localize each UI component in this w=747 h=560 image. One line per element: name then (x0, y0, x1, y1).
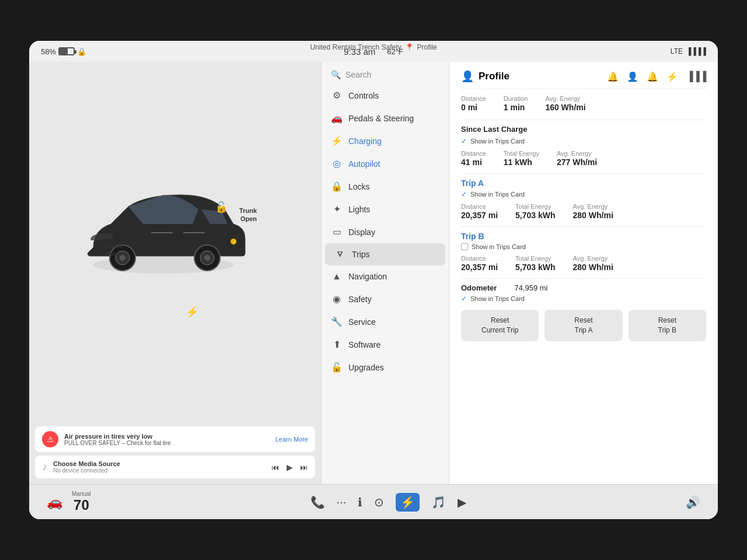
menu-item-upgrades[interactable]: 🔓 Upgrades (322, 356, 449, 379)
profile-action-icons: 🔔 👤 🔔 ⚡ ▐▐▐ (607, 71, 706, 82)
alarm-icon[interactable]: 🔔 (607, 71, 619, 82)
display-icon: ▭ (331, 226, 343, 237)
profile-user-icon[interactable]: 👤 (627, 71, 638, 82)
search-row[interactable]: 🔍 Search (322, 65, 449, 84)
trip-a-avg-energy: Avg. Energy 280 Wh/mi (573, 203, 613, 220)
tesla-screen: 58% 🔒 United Rentals Trench Safety 📍 Pro… (29, 41, 718, 519)
trip-a-energy: Total Energy 5,703 kWh (515, 203, 555, 220)
skip-forward-icon[interactable]: ⏭ (300, 463, 308, 472)
slc-avg-energy: Avg. Energy 277 Wh/mi (557, 150, 597, 167)
media-info: Choose Media Source No device connected (53, 460, 266, 474)
current-duration-label: Duration (504, 95, 528, 102)
volume-icon[interactable]: 🔊 (686, 495, 700, 509)
current-trip-stats: Distance 0 mi Duration 1 min Avg. Energy… (461, 95, 706, 113)
slc-energy-label: Total Energy (504, 150, 539, 157)
slc-distance-val: 41 mi (461, 158, 482, 167)
menu-item-trips[interactable]: ⛛ Trips (325, 243, 445, 265)
taskbar-right: 🔊 (686, 495, 700, 509)
phone-icon[interactable]: 📞 (310, 495, 325, 509)
menu-item-software[interactable]: ⬆ Software (322, 333, 449, 356)
speed-display: Manual 70 (72, 491, 91, 513)
learn-more-link[interactable]: Learn More (275, 436, 308, 443)
now-playing-icon[interactable]: ▶ (458, 495, 466, 509)
slc-energy-val: 11 kWh (504, 158, 532, 167)
reset-trip-b-button[interactable]: ResetTrip B (629, 310, 706, 341)
menu-item-controls[interactable]: ⚙ Controls (322, 84, 449, 107)
trip-b-dist-val: 20,357 mi (461, 262, 498, 272)
menu-panel: 🔍 Search ⚙ Controls 🚗 Pedals & Steering … (321, 62, 449, 484)
trip-a-energy-val: 5,703 kWh (515, 211, 555, 220)
slc-avg-label: Avg. Energy (557, 150, 597, 157)
menu-item-navigation[interactable]: ▲ Navigation (322, 265, 449, 288)
camera-icon[interactable]: ⊙ (374, 495, 384, 509)
battery-percentage: 58% (41, 47, 56, 56)
trip-a-checkbox[interactable]: ✓ Show in Trips Card (461, 190, 706, 198)
more-options-icon[interactable]: ··· (337, 495, 347, 509)
taskbar-left: 🚗 Manual 70 (47, 491, 91, 513)
car-visualization-area: FrunkOpen TrunkOpen 🔓 (35, 68, 315, 426)
battery-status: 58% 🔒 (41, 47, 86, 56)
play-pause-icon[interactable]: ▶ (287, 463, 293, 472)
menu-item-autopilot[interactable]: ◎ Autopilot (322, 152, 449, 175)
trip-a-dist-label: Distance (461, 203, 498, 210)
main-content: FrunkOpen TrunkOpen 🔓 (29, 62, 718, 484)
alert-title: Air pressure in tires very low (64, 433, 270, 440)
trip-a-avg-val: 280 Wh/mi (573, 211, 613, 220)
lights-icon: ✦ (331, 204, 343, 215)
menu-item-charging[interactable]: ⚡ Charging (322, 130, 449, 152)
since-last-charge-checkbox[interactable]: ✓ Show in Trips Card (461, 137, 706, 145)
car-image-container: FrunkOpen TrunkOpen 🔓 (76, 172, 274, 323)
nav-destination: United Rentals Trench Safety (310, 43, 401, 51)
divider-4 (461, 278, 706, 279)
signal-bars-icon: ▐▐▐▐ (686, 47, 706, 55)
current-distance-label: Distance (461, 95, 486, 102)
menu-item-pedals[interactable]: 🚗 Pedals & Steering (322, 107, 449, 130)
menu-item-lights[interactable]: ✦ Lights (322, 198, 449, 220)
menu-item-service[interactable]: 🔧 Service (322, 310, 449, 333)
alert-text-block: Air pressure in tires very low PULL OVER… (64, 433, 270, 446)
signal-icons: LTE ▐▐▐▐ (671, 47, 706, 55)
service-label: Service (348, 317, 376, 327)
pedals-label: Pedals & Steering (348, 114, 414, 123)
odometer-checkmark-icon: ✓ (461, 295, 467, 303)
trip-b-energy: Total Energy 5,703 kWh (515, 255, 555, 272)
skip-back-icon[interactable]: ⏮ (271, 463, 280, 472)
checkmark-icon: ✓ (461, 137, 467, 145)
odometer-val: 74,959 mi (514, 284, 547, 292)
menu-item-safety[interactable]: ◉ Safety (322, 288, 449, 310)
reset-current-trip-button[interactable]: ResetCurrent Trip (461, 310, 539, 341)
menu-item-display[interactable]: ▭ Display (322, 220, 449, 243)
software-label: Software (348, 340, 381, 349)
media-library-icon[interactable]: 🎵 (431, 495, 446, 509)
profile-icon: 👤 (461, 70, 474, 83)
menu-item-locks[interactable]: 🔒 Locks (322, 175, 449, 198)
bluetooth-icon[interactable]: ⚡ (396, 493, 420, 512)
trip-b-checkbox-icon (461, 243, 468, 250)
media-subtitle: No device connected (53, 467, 266, 474)
slc-distance-label: Distance (461, 150, 486, 157)
odometer-checkbox[interactable]: ✓ Show in Trips Card (461, 295, 706, 303)
trip-b-title: Trip B (461, 232, 706, 241)
trunk-label: TrunkOpen (239, 206, 257, 223)
profile-nav-label: Profile (417, 43, 437, 51)
reset-trip-a-button[interactable]: ResetTrip A (544, 310, 622, 341)
trip-b-checkbox[interactable]: Show in Trips Card (461, 243, 706, 250)
since-last-charge-data: Distance 41 mi Total Energy 11 kWh Avg. … (461, 150, 706, 167)
car-svg: ⚡ (76, 172, 251, 288)
controls-icon: ⚙ (331, 90, 343, 101)
info-icon[interactable]: ℹ (358, 495, 362, 509)
trip-b-dist-label: Distance (461, 255, 498, 262)
bluetooth-header-icon[interactable]: ⚡ (666, 71, 678, 82)
trip-a-avg-label: Avg. Energy (573, 203, 613, 210)
safety-label: Safety (348, 295, 372, 304)
service-icon: 🔧 (331, 316, 343, 327)
trip-b-distance: Distance 20,357 mi (461, 255, 498, 272)
signal-header-icon: ▐▐▐ (686, 71, 706, 82)
trip-b-show-label: Show in Trips Card (472, 243, 526, 250)
svg-point-6 (204, 255, 210, 261)
current-duration-stat: Duration 1 min (504, 95, 528, 113)
notification-icon[interactable]: 🔔 (647, 71, 658, 82)
taskbar-car-icon[interactable]: 🚗 (47, 495, 62, 510)
safety-icon: ◉ (331, 293, 343, 304)
media-bar: ♪ Choose Media Source No device connecte… (35, 456, 315, 478)
